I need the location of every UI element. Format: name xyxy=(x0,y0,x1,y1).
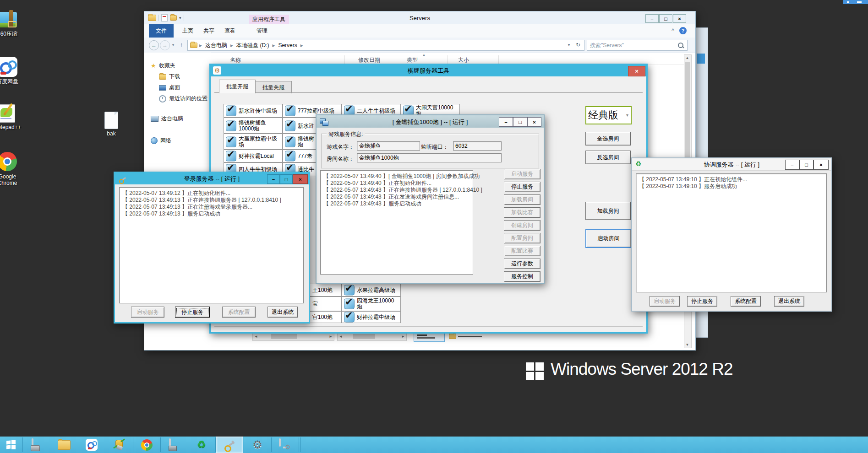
login-log-box[interactable]: 【 2022-05-07 13:49:12 】正在初始化组件... 【 2022… xyxy=(119,187,304,303)
service-control-button[interactable]: 服务控制 xyxy=(504,271,540,282)
start-service-button[interactable]: 启动服务 xyxy=(131,307,164,318)
game-name-field[interactable] xyxy=(357,141,420,151)
recent-locations-dropdown-icon[interactable]: ▾ xyxy=(170,42,176,48)
sidebar-item-network[interactable]: 网络 xyxy=(151,137,171,145)
tab-manage[interactable]: 管理 xyxy=(249,24,275,38)
address-bar[interactable]: ▸ 这台电脑 ▸ 本地磁盘 (D:) ▸ Servers ▸ ▾ ↻ xyxy=(187,40,584,51)
desktop-icon-notepadpp[interactable]: Notepad++ xyxy=(0,103,24,130)
version-select[interactable]: 经典版 ▾ xyxy=(585,106,632,124)
tab-batch-open[interactable]: 批量开服 xyxy=(219,80,256,93)
tab-share[interactable]: 共享 xyxy=(198,24,219,38)
run-params-button[interactable]: 运行参数 xyxy=(504,259,540,269)
coord-log-box[interactable]: 【 2022-05-07 13:49:10 】正在初始化组件... 【 2022… xyxy=(636,173,827,292)
create-room-button[interactable]: 创建房间 xyxy=(504,220,540,231)
tool-titlebar[interactable]: ⚙ 棋牌服务器工具 × xyxy=(211,65,646,76)
taskbar-coordinator-server[interactable]: ♻ xyxy=(189,437,214,453)
explorer-titlebar[interactable]: ▾ 应用程序工具 Servers – □ × xyxy=(144,11,695,24)
scroll-right-icon[interactable]: ► xyxy=(328,334,333,339)
checkbox-checked-icon[interactable]: ✔ xyxy=(285,151,295,162)
checkbox-checked-icon[interactable]: ✔ xyxy=(285,120,295,131)
breadcrumb-local-disk-d[interactable]: 本地磁盘 (D:) xyxy=(236,42,269,49)
config-match-button[interactable]: 配置比赛 xyxy=(504,246,540,256)
tab-home[interactable]: 主页 xyxy=(177,24,198,38)
taskbar-login-server[interactable] xyxy=(216,437,243,453)
coord-maximize-button[interactable]: □ xyxy=(799,160,813,170)
room-cell[interactable]: ✔四海龙王10000 炮 xyxy=(342,297,401,311)
taskbar-game-server[interactable]: ⚙ xyxy=(272,437,298,453)
explorer-minimize-button[interactable]: – xyxy=(645,14,659,23)
load-match-button[interactable]: 加载比赛 xyxy=(504,207,540,218)
sidebar-item-desktop[interactable]: 桌面 xyxy=(159,84,180,92)
taskbar-server-manager[interactable] xyxy=(24,437,49,453)
stop-service-button[interactable]: 停止服务 xyxy=(687,296,717,307)
taskbar-baidu-netdisk[interactable] xyxy=(79,437,104,453)
column-header-date[interactable]: 修改日期 xyxy=(358,56,380,64)
listen-port-field[interactable] xyxy=(453,141,502,151)
up-button[interactable]: ↑ xyxy=(177,40,186,49)
desktop-icon-chrome[interactable]: Google Chrome xyxy=(0,151,24,186)
desktop-icon-baidu-netdisk[interactable]: 百度网盘 xyxy=(0,57,24,85)
search-box[interactable]: 搜索"Servers" xyxy=(587,40,688,51)
checkbox-checked-icon[interactable]: ✔ xyxy=(344,312,355,323)
help-icon[interactable]: ? xyxy=(679,27,687,34)
taskbar-chrome[interactable] xyxy=(134,437,159,453)
system-config-button[interactable]: 系统配置 xyxy=(731,296,761,307)
room-name-field[interactable] xyxy=(357,153,502,162)
tool-close-button[interactable]: × xyxy=(628,66,645,76)
login-maximize-button[interactable]: □ xyxy=(280,174,293,184)
room-cell[interactable]: ✔财神拉霸中级场 xyxy=(342,311,401,323)
taskbar-computer-management[interactable] xyxy=(161,437,187,453)
checkbox-checked-icon[interactable]: ✔ xyxy=(226,120,236,131)
desktop-icon-bak[interactable]: bak xyxy=(100,112,123,137)
stop-service-button[interactable]: 停止服务 xyxy=(175,307,210,318)
game-close-button[interactable]: × xyxy=(527,117,541,127)
explorer-close-button[interactable]: × xyxy=(673,14,686,23)
login-close-button[interactable]: × xyxy=(293,174,308,184)
checkbox-checked-icon[interactable]: ✔ xyxy=(226,106,236,116)
column-header-size[interactable]: 大小 xyxy=(458,56,469,64)
search-icon[interactable] xyxy=(678,43,683,48)
coord-minimize-button[interactable]: – xyxy=(785,160,799,170)
coord-titlebar[interactable]: ♻ 协调服务器 -- [ 运行 ] – □ × xyxy=(632,158,831,171)
coord-close-button[interactable]: × xyxy=(813,160,829,170)
scroll-thumb[interactable] xyxy=(685,62,690,167)
address-dropdown-icon[interactable]: ▾ xyxy=(566,42,572,48)
room-cell[interactable]: ✔财神拉霸Local xyxy=(224,150,283,162)
ribbon-collapse-icon[interactable]: ^ xyxy=(669,27,677,34)
checkbox-checked-icon[interactable]: ✔ xyxy=(226,136,236,147)
version-dropdown-icon[interactable]: ▾ xyxy=(626,113,628,118)
scroll-down-icon[interactable]: ▼ xyxy=(684,342,690,348)
sidebar-item-this-pc[interactable]: 这台电脑 xyxy=(151,115,183,123)
login-titlebar[interactable]: 登录服务器 -- [ 运行 ] – □ × xyxy=(115,173,309,184)
exit-system-button[interactable]: 退出系统 xyxy=(774,296,804,307)
forward-button[interactable]: → xyxy=(160,40,170,50)
room-cell[interactable]: ✔水果拉霸高级场 xyxy=(342,284,401,297)
scroll-right-icon[interactable]: ► xyxy=(400,334,406,339)
scroll-thumb[interactable] xyxy=(271,334,297,339)
config-room-button[interactable]: 配置房间 xyxy=(504,233,540,243)
back-button[interactable]: ← xyxy=(149,40,159,50)
refresh-icon[interactable]: ↻ xyxy=(575,42,581,48)
explorer-maximize-button[interactable]: □ xyxy=(659,14,672,23)
scroll-up-icon[interactable]: ▲ xyxy=(684,55,690,61)
scroll-left-icon[interactable]: ◄ xyxy=(253,334,259,339)
exit-system-button[interactable]: 退出系统 xyxy=(267,307,298,318)
checkbox-checked-icon[interactable]: ✔ xyxy=(285,136,295,147)
system-config-button[interactable]: 系统配置 xyxy=(222,307,256,318)
horizontal-scrollbar-2[interactable]: ◄ ► xyxy=(337,333,407,341)
start-service-button[interactable]: 启动服务 xyxy=(650,296,680,307)
start-button[interactable] xyxy=(0,437,22,453)
taskbar-db-tool[interactable] xyxy=(106,437,132,453)
checkbox-checked-icon[interactable]: ✔ xyxy=(226,151,236,162)
tab-file[interactable]: 文件 xyxy=(149,24,174,38)
invert-selection-button[interactable]: 反选房间 xyxy=(585,151,631,164)
column-header-type[interactable]: 类型 xyxy=(407,56,418,64)
scroll-left-icon[interactable]: ◄ xyxy=(338,334,344,339)
load-room-button[interactable]: 加载房间 xyxy=(504,194,540,205)
sidebar-item-recent-places[interactable]: 最近访问的位置 xyxy=(159,95,207,102)
horizontal-scrollbar-1[interactable]: ◄ ► xyxy=(252,333,334,341)
start-service-button[interactable]: 启动服务 xyxy=(504,169,540,179)
breadcrumb-servers[interactable]: Servers xyxy=(278,42,297,49)
room-cell[interactable]: ✔大赢家拉霸中级 场 xyxy=(224,134,283,150)
game-minimize-button[interactable]: – xyxy=(499,117,513,127)
